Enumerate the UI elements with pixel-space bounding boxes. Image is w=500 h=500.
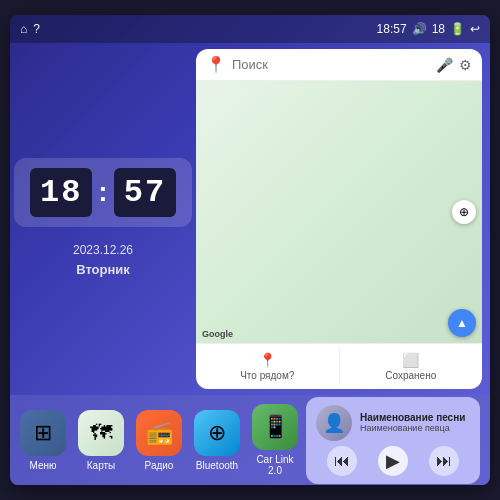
saved-icon: ⬜ <box>402 352 419 368</box>
nearby-icon: 📍 <box>259 352 276 368</box>
app-icon-radio-img: 📻 <box>136 410 182 456</box>
saved-label: Сохранено <box>385 370 436 381</box>
app-icon-menu[interactable]: ⊞ Меню <box>20 410 66 471</box>
music-player: 👤 Наименование песни Наименование певца … <box>306 397 480 484</box>
volume-icon: 🔊 <box>412 22 427 36</box>
album-art: 👤 <box>316 405 352 441</box>
status-bar: ⌂ ? 18:57 🔊 18 🔋 ↩ <box>10 15 490 43</box>
track-artist: Наименование певца <box>360 423 470 433</box>
google-logo: Google <box>202 329 233 339</box>
app-icon-bluetooth-img: ⊕ <box>194 410 240 456</box>
map-zoom-button[interactable]: ⊕ <box>452 200 476 224</box>
weekday-display: Вторник <box>73 260 133 281</box>
app-icon-maps-img: 🗺 <box>78 410 124 456</box>
device-frame: ⌂ ? 18:57 🔊 18 🔋 ↩ 18 : 57 2023.12.26 Вт… <box>10 15 490 485</box>
map-footer: 📍 Что рядом? ⬜ Сохранено <box>196 343 482 389</box>
next-button[interactable]: ⏭ <box>429 446 459 476</box>
prev-button[interactable]: ⏮ <box>327 446 357 476</box>
app-label-bluetooth: Bluetooth <box>196 460 238 471</box>
track-info: Наименование песни Наименование певца <box>360 412 470 433</box>
play-button[interactable]: ▶ <box>378 446 408 476</box>
saved-button[interactable]: ⬜ Сохранено <box>340 348 483 385</box>
left-panel: 18 : 57 2023.12.26 Вторник <box>18 49 188 389</box>
app-icon-carlink-img: 📱 <box>252 404 298 450</box>
map-widget: 📍 🎤 ⚙ ⊕ ▲ Google 📍 Что рядом? <box>196 49 482 389</box>
map-search-input[interactable] <box>232 57 430 72</box>
app-icon-menu-img: ⊞ <box>20 410 66 456</box>
nearby-label: Что рядом? <box>240 370 294 381</box>
settings-icon[interactable]: ⚙ <box>459 57 472 73</box>
music-info: 👤 Наименование песни Наименование певца <box>316 405 470 441</box>
nearby-button[interactable]: 📍 Что рядом? <box>196 348 339 385</box>
map-pin-icon: 📍 <box>206 55 226 74</box>
date-info: 2023.12.26 Вторник <box>73 241 133 281</box>
clock-hours: 18 <box>30 168 92 217</box>
right-panel: 📍 🎤 ⚙ ⊕ ▲ Google 📍 Что рядом? <box>196 49 482 389</box>
date-display: 2023.12.26 <box>73 241 133 260</box>
clock-widget: 18 : 57 <box>14 158 192 227</box>
app-label-carlink: Car Link 2.0 <box>252 454 298 476</box>
map-search-bar: 📍 🎤 ⚙ <box>196 49 482 81</box>
battery-icon: 🔋 <box>450 22 465 36</box>
signal-display: 18 <box>432 22 445 36</box>
app-label-radio: Радио <box>145 460 174 471</box>
dock-apps: ⊞ Меню 🗺 Карты 📻 Радио ⊕ Bluetooth 📱 Car… <box>20 404 298 476</box>
bottom-dock: ⊞ Меню 🗺 Карты 📻 Радио ⊕ Bluetooth 📱 Car… <box>10 395 490 485</box>
music-controls: ⏮ ▶ ⏭ <box>316 446 470 476</box>
clock-minutes: 57 <box>114 168 176 217</box>
track-title: Наименование песни <box>360 412 470 423</box>
map-area[interactable]: ⊕ ▲ Google <box>196 81 482 343</box>
back-icon[interactable]: ↩ <box>470 22 480 36</box>
time-display: 18:57 <box>377 22 407 36</box>
app-icon-carlink[interactable]: 📱 Car Link 2.0 <box>252 404 298 476</box>
app-icon-maps[interactable]: 🗺 Карты <box>78 410 124 471</box>
main-content: 18 : 57 2023.12.26 Вторник 📍 🎤 ⚙ <box>10 43 490 395</box>
home-icon[interactable]: ⌂ <box>20 22 27 36</box>
app-icon-radio[interactable]: 📻 Радио <box>136 410 182 471</box>
app-label-menu: Меню <box>29 460 56 471</box>
clock-colon: : <box>98 176 107 208</box>
map-navigate-button[interactable]: ▲ <box>448 309 476 337</box>
mic-icon[interactable]: 🎤 <box>436 57 453 73</box>
gps-icon[interactable]: ? <box>33 22 40 36</box>
app-label-maps: Карты <box>87 460 116 471</box>
app-icon-bluetooth[interactable]: ⊕ Bluetooth <box>194 410 240 471</box>
